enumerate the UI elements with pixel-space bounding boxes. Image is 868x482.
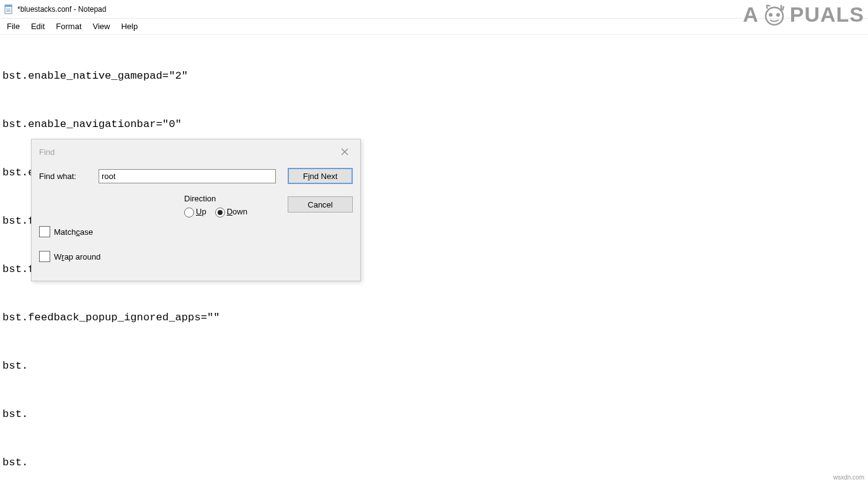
notepad-icon bbox=[4, 4, 14, 14]
find-dialog-titlebar[interactable]: Find bbox=[32, 139, 360, 164]
direction-down-radio[interactable]: Down bbox=[215, 207, 247, 217]
text-line: bst.enable_navigationbar="0" bbox=[2, 116, 868, 133]
window-title: *bluestacks.conf - Notepad bbox=[17, 5, 106, 14]
menu-view[interactable]: View bbox=[87, 19, 116, 33]
svg-point-7 bbox=[766, 7, 783, 25]
text-line: bst. bbox=[2, 358, 868, 374]
logo-head-icon bbox=[761, 1, 787, 27]
text-line: bst. bbox=[2, 455, 868, 471]
menu-format[interactable]: Format bbox=[50, 19, 87, 33]
direction-up-radio[interactable]: Up bbox=[184, 207, 206, 217]
svg-rect-1 bbox=[5, 5, 12, 7]
close-icon[interactable] bbox=[332, 142, 358, 162]
menu-edit[interactable]: Edit bbox=[25, 19, 50, 33]
direction-group: Direction Up Down bbox=[184, 194, 247, 217]
direction-label: Direction bbox=[184, 194, 247, 203]
watermark-logo: A PUALS bbox=[743, 1, 864, 27]
wrap-around-checkbox[interactable]: Wrap around bbox=[39, 251, 100, 262]
find-next-button[interactable]: Find Next bbox=[288, 168, 353, 184]
cancel-button[interactable]: Cancel bbox=[288, 196, 353, 213]
find-dialog: Find Find what: Find Next Cancel Directi… bbox=[31, 139, 361, 281]
text-line: bst.feedback_popup_ignored_apps="" bbox=[2, 310, 868, 326]
match-case-checkbox[interactable]: Match case bbox=[39, 226, 100, 237]
menu-file[interactable]: File bbox=[1, 19, 25, 33]
svg-point-8 bbox=[769, 13, 773, 17]
svg-point-9 bbox=[776, 13, 780, 17]
text-line: bst. bbox=[2, 406, 868, 423]
titlebar: *bluestacks.conf - Notepad bbox=[0, 0, 868, 19]
find-dialog-title: Find bbox=[39, 147, 55, 157]
find-what-input[interactable] bbox=[99, 169, 276, 183]
svg-line-11 bbox=[782, 6, 784, 11]
menu-help[interactable]: Help bbox=[115, 19, 143, 33]
text-line: bst.enable_native_gamepad="2" bbox=[2, 68, 868, 84]
menubar: File Edit Format View Help bbox=[0, 19, 868, 35]
find-what-label: Find what: bbox=[39, 172, 92, 181]
source-label: wsxdn.com bbox=[833, 474, 864, 481]
